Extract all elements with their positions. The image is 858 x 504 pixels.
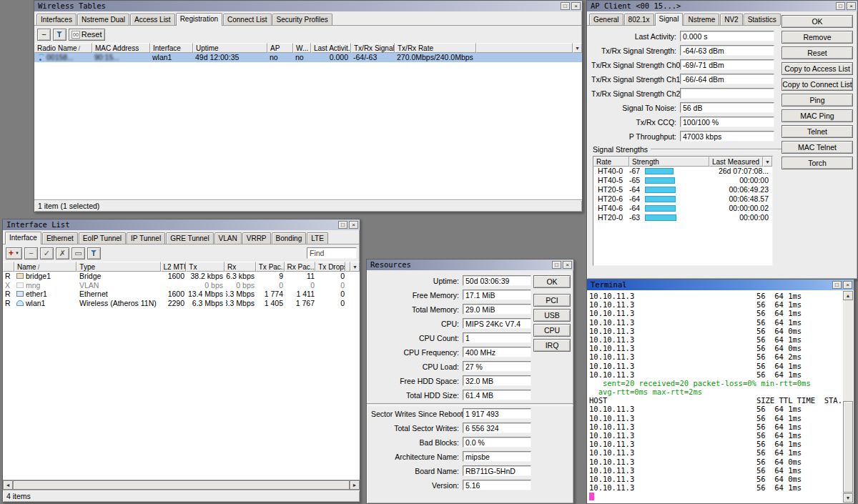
scroll-down-button[interactable]: ▼ [843, 493, 853, 503]
tab-security-profiles[interactable]: Security Profiles [272, 14, 332, 25]
tab-access-list[interactable]: Access List [130, 14, 175, 25]
cpu-button[interactable]: CPU [533, 324, 571, 337]
signal-strength-row[interactable]: HT20-5 -64 00:06:49.23 [593, 185, 772, 194]
signal-strength-row[interactable]: HT40-0 -67 26d 07:07:08... [593, 167, 772, 176]
tab-interface[interactable]: Interface [5, 232, 41, 244]
column-radio-name[interactable]: Radio Name/ [34, 43, 92, 53]
tab-general[interactable]: General [589, 14, 623, 25]
tab-nstreme-dual[interactable]: Nstreme Dual [77, 14, 129, 25]
column-name[interactable]: Name/ [14, 262, 77, 272]
column-uptime[interactable]: Uptime [193, 43, 267, 53]
column-last-measured[interactable]: Last Measured [709, 157, 763, 167]
scroll-up-button[interactable]: ▲ [843, 291, 853, 300]
remove-button[interactable]: − [24, 247, 38, 260]
close-icon[interactable]: × [843, 281, 852, 289]
scroll-right-button[interactable]: ► [350, 480, 360, 490]
column-flags[interactable] [3, 262, 14, 272]
tab-connect-list[interactable]: Connect List [223, 14, 272, 25]
tab-eoip-tunnel[interactable]: EoIP Tunnel [79, 232, 126, 244]
tab-8021x[interactable]: 802.1x [624, 14, 654, 25]
column-select-button[interactable]: ▼ [573, 43, 582, 53]
copy-to-connect-list-button[interactable]: Copy to Connect List [781, 78, 853, 91]
interface-row[interactable]: R bridge1 Bridge 1600 38.2 kbps 6.3 kbps… [3, 272, 360, 281]
column-tx-drops[interactable]: Tx Drops [315, 262, 345, 272]
column-type[interactable]: Type [77, 262, 160, 272]
interface-list-titlebar[interactable]: Interface List □ × [3, 219, 360, 230]
interface-row[interactable]: R ether1 Ethernet 1600 13.4 Mbps 6.3 Mbp… [3, 290, 360, 299]
restore-icon[interactable]: □ [561, 2, 570, 10]
column-select-button[interactable]: ▼ [763, 157, 772, 167]
column-tx[interactable]: Tx [186, 262, 225, 272]
irq-button[interactable]: IRQ [533, 339, 571, 352]
telnet-button[interactable]: Telnet [781, 125, 853, 138]
column-rate[interactable]: Tx/Rx Rate [395, 43, 476, 53]
column-mac-address[interactable]: MAC Address [92, 43, 150, 53]
interface-row[interactable]: X mng VLAN 0 bps 0 bps 0 0 0 [3, 281, 360, 290]
tab-nstreme[interactable]: Nstreme [684, 14, 719, 25]
resources-titlebar[interactable]: Resources □ × [367, 260, 573, 270]
enable-button[interactable]: ✓ [40, 247, 54, 260]
tab-lte[interactable]: LTE [307, 232, 328, 244]
tab-interfaces[interactable]: Interfaces [36, 14, 77, 25]
mac-ping-button[interactable]: MAC Ping [781, 109, 853, 122]
tab-nv2[interactable]: NV2 [720, 14, 742, 25]
torch-button[interactable]: Torch [781, 157, 853, 169]
comment-button[interactable]: ▭ [72, 247, 85, 260]
column-signal[interactable]: Tx/Rx Signal ... [351, 43, 395, 53]
tab-statistics[interactable]: Statistics [744, 14, 781, 25]
close-icon[interactable]: × [563, 261, 572, 269]
terminal-scrollbar[interactable]: ▲ ▼ [843, 291, 853, 503]
usb-button[interactable]: USB [533, 309, 571, 322]
tab-signal[interactable]: Signal [655, 13, 684, 26]
restore-icon[interactable]: □ [836, 2, 845, 10]
column-tx-packet[interactable]: Tx Pac... [256, 262, 285, 272]
add-button[interactable]: +▼ [6, 247, 22, 260]
interface-list[interactable]: R bridge1 Bridge 1600 38.2 kbps 6.3 kbps… [3, 272, 360, 480]
terminal-titlebar[interactable]: Terminal □ × [587, 280, 854, 290]
terminal-output[interactable]: 10.10.11.3 56 64 1ms10.10.11.3 56 64 1ms… [587, 290, 854, 503]
remove-button[interactable]: − [37, 29, 51, 41]
tab-bonding[interactable]: Bonding [272, 232, 307, 244]
find-input[interactable] [307, 247, 357, 259]
disable-button[interactable]: ✗ [56, 247, 69, 260]
close-icon[interactable]: × [847, 2, 856, 10]
column-rx[interactable]: Rx [225, 262, 256, 272]
pci-button[interactable]: PCI [533, 294, 571, 307]
horizontal-scrollbar[interactable]: ◄ ► [3, 480, 360, 490]
interface-row[interactable]: R wlan1 Wireless (Atheros 11N) 2290 6.3 … [3, 299, 360, 308]
column-interface[interactable]: Interface [150, 43, 193, 53]
tab-vlan[interactable]: VLAN [214, 232, 242, 244]
reset-button[interactable]: Reset [781, 46, 853, 59]
signal-strength-row[interactable]: HT20-0 -63 00:00:00 [593, 213, 772, 222]
column-last-activity[interactable]: Last Activit... [311, 43, 351, 53]
ok-button[interactable]: OK [533, 275, 571, 288]
restore-icon[interactable]: □ [338, 221, 347, 229]
scroll-thumb[interactable] [843, 401, 853, 493]
column-rate[interactable]: Rate [593, 157, 629, 167]
ping-button[interactable]: Ping [781, 94, 853, 107]
mac-telnet-button[interactable]: MAC Telnet [781, 141, 853, 154]
wireless-tables-titlebar[interactable]: Wireless Tables □ × [34, 1, 582, 11]
column-ap[interactable]: AP [267, 43, 293, 53]
reset-counters-button[interactable]: 00Reset [69, 29, 105, 41]
signal-strength-row[interactable]: HT40-6 -64 00:00:00.02 [593, 204, 772, 213]
column-rx-packet[interactable]: Rx Pac... [285, 262, 316, 272]
scroll-thumb[interactable] [13, 480, 350, 490]
tab-registration[interactable]: Registration [176, 13, 222, 26]
scroll-left-button[interactable]: ◄ [3, 480, 13, 490]
restore-icon[interactable]: □ [552, 261, 561, 269]
close-icon[interactable]: × [571, 2, 581, 10]
tab-gre-tunnel[interactable]: GRE Tunnel [166, 232, 213, 244]
column-wds[interactable]: W... [293, 43, 311, 53]
column-l2mtu[interactable]: L2 MTU [161, 262, 187, 272]
filter-button[interactable] [87, 247, 101, 260]
restore-icon[interactable]: □ [832, 281, 842, 289]
column-select-button[interactable]: ▼ [350, 262, 360, 272]
registration-row[interactable]: 00158... 90:15... wlan1 49d 12:00:35 no … [34, 53, 582, 62]
ap-client-titlebar[interactable]: AP Client <00 15...> □ × [587, 1, 857, 11]
copy-to-access-list-button[interactable]: Copy to Access List [781, 62, 853, 75]
tab-vrrp[interactable]: VRRP [242, 232, 271, 244]
ok-button[interactable]: OK [781, 15, 853, 28]
remove-button[interactable]: Remove [781, 31, 853, 44]
close-icon[interactable]: × [349, 221, 358, 229]
